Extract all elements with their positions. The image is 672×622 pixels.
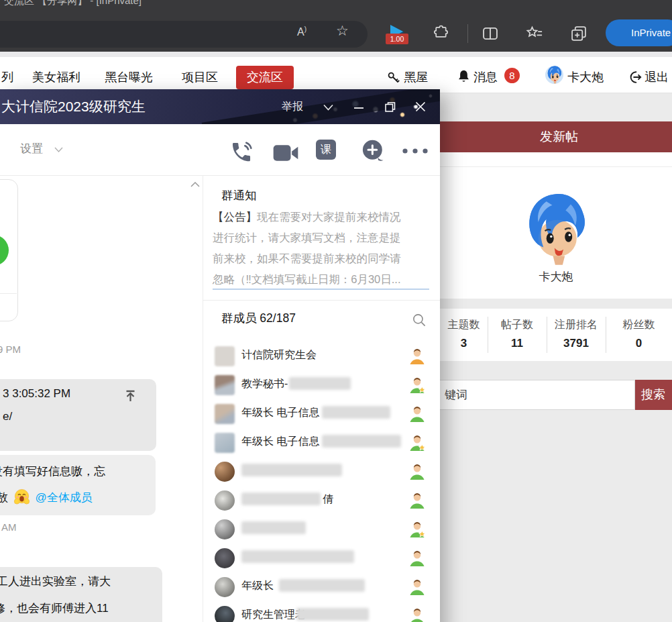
minimize-button[interactable] xyxy=(354,107,363,109)
chevron-down-icon[interactable] xyxy=(323,103,334,111)
site-navbar: 列 美女福利 黑台曝光 项目区 交流区 黑屋 消息 8 卡大炮 退出 xyxy=(0,57,672,93)
group-class-icon[interactable]: 课 xyxy=(316,140,336,160)
group-settings-button[interactable]: 设置 xyxy=(20,141,43,156)
nav-item-heitaibaoguang[interactable]: 黑台曝光 xyxy=(105,69,153,85)
message-text: 工人进出实验室，请大 xyxy=(0,574,111,589)
nav-item-jiaoliuqu-active[interactable]: 交流区 xyxy=(236,66,294,89)
address-bar[interactable] xyxy=(0,21,368,48)
messages-count-badge[interactable]: 8 xyxy=(504,68,520,83)
member-row[interactable]: 年级长 电子信息 xyxy=(203,429,440,458)
member-row[interactable]: 倩 xyxy=(203,486,440,515)
qq-window-titlebar[interactable]: 大计信院2023级研究生 举报 xyxy=(0,89,440,124)
blurred-name xyxy=(322,406,390,419)
nav-item-xiangmuqu[interactable]: 项目区 xyxy=(182,69,218,85)
jump-to-top-icon[interactable] xyxy=(125,390,136,403)
collapse-chevron-icon[interactable] xyxy=(190,180,201,188)
member-avatar xyxy=(215,462,235,482)
stat-topics-label: 主题数 xyxy=(440,318,488,332)
group-notice-title[interactable]: 群通知 xyxy=(221,187,257,203)
nav-item-blackroom[interactable]: 黑屋 xyxy=(404,69,428,85)
inprivate-button[interactable]: InPrivate xyxy=(606,19,672,46)
split-screen-icon[interactable] xyxy=(481,24,500,43)
member-row[interactable] xyxy=(203,515,440,544)
stat-posts-value: 11 xyxy=(488,337,547,350)
nav-item-messages[interactable]: 消息 xyxy=(473,69,498,85)
settings-chevron-icon xyxy=(54,146,64,153)
profile-avatar[interactable] xyxy=(519,191,593,268)
profile-card-divider xyxy=(440,166,672,167)
file-preview-card[interactable] xyxy=(0,179,18,321)
chat-message-area: 9 PM 3 3:05:32 PM e/ 没有填写好信息嗷，忘 敖 @全体成员 … xyxy=(0,176,203,622)
member-role-admin-icon xyxy=(408,434,427,452)
more-options-icon[interactable] xyxy=(401,148,429,154)
close-button[interactable] xyxy=(414,100,427,113)
favorites-bar-icon[interactable] xyxy=(525,24,544,43)
chat-bubble-mention[interactable]: 没有填写好信息嗷，忘 敖 @全体成员 xyxy=(0,455,156,515)
member-avatar xyxy=(215,490,235,511)
member-role-member-icon xyxy=(408,550,427,567)
toolbar-divider xyxy=(467,24,468,43)
bell-icon xyxy=(456,68,471,85)
blurred-name xyxy=(289,377,351,390)
member-avatar xyxy=(215,375,235,395)
notice-line: 前来校，如果不需要提前来校的同学请 xyxy=(213,248,434,269)
nav-item-partial[interactable]: 列 xyxy=(1,69,13,85)
blurred-name xyxy=(322,435,401,448)
stat-topics: 主题数 3 xyxy=(440,309,488,361)
member-row[interactable] xyxy=(203,544,440,573)
read-aloud-icon[interactable]: A) xyxy=(297,25,306,38)
stat-fans: 粉丝数 0 xyxy=(606,309,672,361)
nav-user-avatar[interactable] xyxy=(545,66,563,84)
qq-chat-window: 大计信院2023级研究生 举报 设置 xyxy=(0,89,440,622)
browser-tab-title[interactable]: 交流区 【分享网】 - [InPrivate] xyxy=(4,0,142,7)
file-card-divider xyxy=(0,293,17,294)
member-search-icon[interactable] xyxy=(411,312,428,329)
group-members-header: 群成员 62/187 xyxy=(221,310,296,326)
stat-rank-label: 注册排名 xyxy=(547,318,606,332)
nav-item-logout[interactable]: 退出 xyxy=(645,69,669,85)
nav-item-meinvfuli[interactable]: 美女福利 xyxy=(32,69,80,85)
member-avatar xyxy=(215,606,235,622)
favorite-star-icon[interactable]: ☆ xyxy=(336,23,349,39)
member-name: 计信院研究生会 xyxy=(241,348,317,362)
collections-icon[interactable] xyxy=(569,24,588,43)
video-call-icon[interactable] xyxy=(272,144,299,162)
member-role-member-icon xyxy=(408,405,427,423)
member-name: 倩 xyxy=(241,493,333,507)
voice-call-icon[interactable] xyxy=(229,140,254,164)
page-top-gap xyxy=(0,52,672,57)
member-row[interactable] xyxy=(203,458,440,486)
stat-posts: 帖子数 11 xyxy=(488,309,547,361)
extensions-puzzle-icon[interactable] xyxy=(433,24,450,42)
message-text: 敖 @全体成员 xyxy=(0,488,93,505)
profile-card: 卡大炮 xyxy=(440,152,672,299)
member-avatar xyxy=(215,346,235,366)
search-button[interactable]: 搜索 xyxy=(635,380,672,410)
nav-username[interactable]: 卡大炮 xyxy=(567,69,604,85)
member-row[interactable]: 计信院研究生会 xyxy=(203,342,440,371)
mention-all-members-link[interactable]: @全体成员 xyxy=(35,491,92,504)
member-role-admin-icon xyxy=(408,376,427,394)
stat-rank: 注册排名 3791 xyxy=(547,309,606,361)
maximize-button[interactable] xyxy=(384,101,396,113)
member-row[interactable]: 年级长 电子信息 xyxy=(203,400,440,429)
profile-username: 卡大炮 xyxy=(440,269,672,284)
member-row[interactable]: 研究生管理老 xyxy=(203,602,440,622)
chat-bubble-notice[interactable]: 工人进出实验室，请大 修，也会有师傅进入11 xyxy=(0,567,162,622)
member-name xyxy=(241,521,306,534)
message-text: 修，也会有师傅进入11 xyxy=(0,601,109,616)
member-avatar xyxy=(215,519,235,539)
member-name: 年级长 xyxy=(241,579,365,593)
stat-fans-value: 0 xyxy=(606,337,672,350)
group-notice-body[interactable]: 【公告】现在需要对大家提前来校情况 进行统计，请大家填写文档，注意是提 前来校，… xyxy=(213,207,434,290)
report-button[interactable]: 举报 xyxy=(282,100,303,114)
member-row[interactable]: 教学秘书- xyxy=(203,371,440,400)
browser-toolbar: A) ☆ 1.00 InPrivate xyxy=(0,17,672,52)
side-panel-divider xyxy=(203,300,440,301)
member-name: 年级长 电子信息 xyxy=(241,406,390,420)
blurred-name xyxy=(241,521,306,534)
chat-bubble-link[interactable]: 3 3:05:32 PM e/ xyxy=(0,379,156,451)
member-row[interactable]: 年级长 xyxy=(203,573,440,602)
message-timestamp: AM xyxy=(1,521,17,533)
add-more-apps-icon[interactable] xyxy=(361,139,386,164)
